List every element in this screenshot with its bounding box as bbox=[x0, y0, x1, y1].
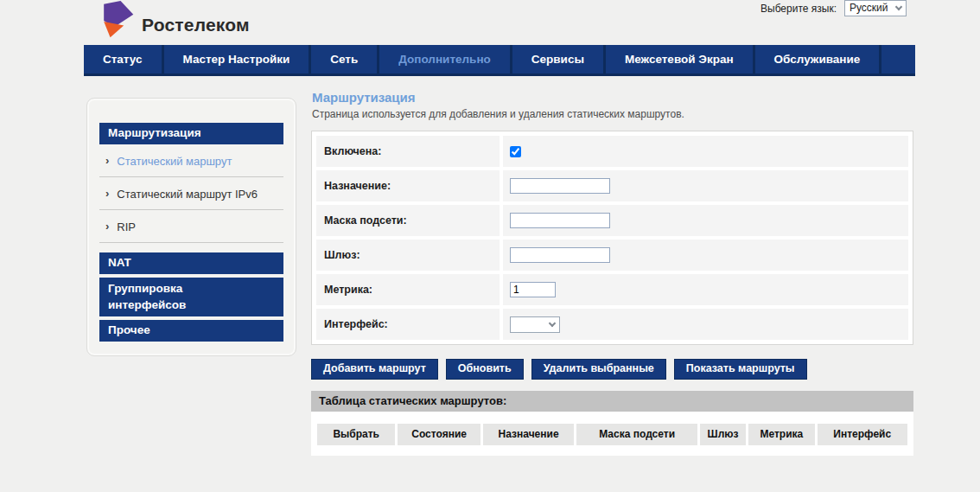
delete-selected-button[interactable]: Удалить выбранные bbox=[531, 359, 666, 380]
column-header-destination: Назначение bbox=[483, 424, 574, 445]
sidebar-item-label: RIP bbox=[117, 220, 136, 233]
destination-input[interactable] bbox=[510, 178, 610, 194]
sidebar-section-interface-grouping[interactable]: Группировка интерфейсов bbox=[99, 278, 283, 316]
sidebar-item-static-route[interactable]: › Статический маршрут bbox=[99, 144, 283, 176]
field-label: Интерфейс: bbox=[316, 309, 500, 340]
page-title: Маршрутизация bbox=[312, 90, 913, 105]
field-value bbox=[503, 309, 908, 340]
form-row-metric: Метрика: bbox=[316, 274, 908, 305]
page-description: Страница используется для добавления и у… bbox=[312, 108, 913, 120]
routes-table-title: Таблица статических маршрутов: bbox=[311, 391, 913, 412]
nav-tab-firewall[interactable]: Межсетевой Экран bbox=[606, 45, 755, 73]
field-label: Шлюз: bbox=[316, 240, 500, 271]
header: Ростелеком Выберите язык: Русский bbox=[84, 0, 915, 45]
field-label: Назначение: bbox=[316, 170, 500, 201]
arrow-bullet-icon: › bbox=[105, 220, 109, 233]
sidebar-section-other[interactable]: Прочее bbox=[99, 320, 283, 342]
column-header-gateway: Шлюз bbox=[700, 424, 746, 445]
rostelecom-logo-icon bbox=[95, 1, 137, 41]
page: Ростелеком Выберите язык: Русский Статус… bbox=[84, 0, 915, 492]
action-buttons: Добавить маршрут Обновить Удалить выбран… bbox=[311, 359, 913, 380]
column-header-select: Выбрать bbox=[317, 424, 395, 445]
arrow-bullet-icon: › bbox=[105, 154, 109, 167]
update-button[interactable]: Обновить bbox=[446, 359, 524, 380]
sidebar-section-routing[interactable]: Маршрутизация bbox=[99, 123, 283, 144]
form-row-destination: Назначение: bbox=[316, 170, 908, 201]
field-label: Маска подсети: bbox=[316, 205, 500, 236]
nav-tab-advanced[interactable]: Дополнительно bbox=[379, 45, 512, 73]
field-value bbox=[503, 170, 908, 201]
show-routes-button[interactable]: Показать маршруты bbox=[674, 359, 807, 380]
field-value bbox=[503, 240, 908, 271]
field-value bbox=[503, 274, 908, 305]
enabled-checkbox[interactable] bbox=[510, 146, 521, 157]
sidebar: Маршрутизация › Статический маршрут › Ст… bbox=[86, 98, 296, 356]
nav-tab-wizard[interactable]: Мастер Настройки bbox=[164, 45, 312, 73]
sidebar-item-label: Статический маршрут IPv6 bbox=[117, 188, 258, 201]
column-header-subnet-mask: Маска подсети bbox=[576, 424, 697, 445]
form-row-interface: Интерфейс: bbox=[316, 309, 908, 340]
form-row-enabled: Включена: bbox=[316, 136, 908, 167]
column-header-interface: Интерфейс bbox=[818, 424, 907, 445]
form-row-gateway: Шлюз: bbox=[316, 240, 908, 271]
field-label: Метрика: bbox=[316, 274, 500, 305]
interface-select[interactable] bbox=[510, 316, 560, 333]
sidebar-section-nat[interactable]: NAT bbox=[99, 252, 283, 274]
language-label: Выберите язык: bbox=[760, 3, 837, 15]
nav-tab-network[interactable]: Сеть bbox=[311, 45, 379, 73]
field-label: Включена: bbox=[316, 136, 500, 167]
logo: Ростелеком bbox=[95, 1, 250, 41]
nav-tab-status[interactable]: Статус bbox=[84, 45, 164, 73]
subnet-mask-input[interactable] bbox=[510, 213, 610, 228]
sidebar-item-label: Статический маршрут bbox=[117, 155, 232, 168]
routes-table-header: Выбрать Состояние Назначение Маска подсе… bbox=[311, 412, 913, 456]
sidebar-item-static-route-ipv6[interactable]: › Статический маршрут IPv6 bbox=[99, 177, 283, 209]
field-value bbox=[503, 205, 908, 236]
logo-text: Ростелеком bbox=[142, 15, 250, 35]
language-control: Выберите язык: Русский bbox=[760, 0, 907, 16]
interface-select-wrap bbox=[510, 316, 560, 333]
arrow-bullet-icon: › bbox=[105, 187, 109, 200]
main-content: Маршрутизация Страница используется для … bbox=[311, 90, 913, 456]
sidebar-item-rip[interactable]: › RIP bbox=[99, 210, 283, 242]
add-route-button[interactable]: Добавить маршрут bbox=[311, 359, 438, 380]
spacer bbox=[99, 243, 283, 252]
language-select[interactable]: Русский bbox=[844, 0, 907, 16]
language-select-wrap: Русский bbox=[844, 0, 907, 16]
field-value bbox=[503, 136, 908, 167]
metric-input[interactable] bbox=[510, 282, 556, 297]
column-header-state: Состояние bbox=[398, 424, 480, 445]
nav-tab-services[interactable]: Сервисы bbox=[512, 45, 606, 73]
column-header-metric: Метрика bbox=[748, 424, 814, 445]
main-nav: Статус Мастер Настройки Сеть Дополнитель… bbox=[84, 45, 915, 76]
static-route-form: Включена: Назначение: Маска подсети: Шлю… bbox=[311, 131, 913, 345]
sidebar-sections: NAT Группировка интерфейсов Прочее bbox=[99, 252, 283, 342]
gateway-input[interactable] bbox=[510, 247, 610, 263]
nav-tab-maintenance[interactable]: Обслуживание bbox=[755, 45, 882, 73]
form-row-subnet-mask: Маска подсети: bbox=[316, 205, 908, 236]
